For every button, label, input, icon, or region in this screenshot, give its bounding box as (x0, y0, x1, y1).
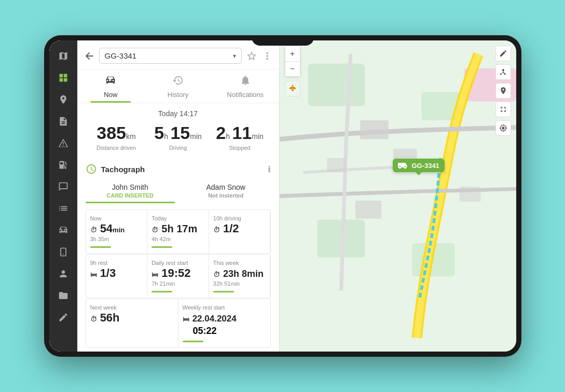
cell-today-underline (151, 246, 172, 248)
cell-weeklyrest-main: 🛏 22.04.2024 (183, 312, 266, 324)
driver-1-underline (86, 202, 175, 203)
tab-notifications[interactable]: Notifications (212, 69, 279, 103)
cluster-button[interactable] (495, 83, 511, 99)
svg-rect-9 (355, 201, 381, 219)
cell-thisweek-underline (213, 291, 234, 292)
map-controls-right (495, 46, 511, 136)
cell-nextweek-main: ⏱ 56h (90, 312, 174, 324)
cell-daily-underline (151, 291, 172, 292)
sidebar-icon-list[interactable] (54, 199, 73, 218)
cell-now-underline (90, 246, 111, 248)
svg-rect-6 (360, 120, 389, 139)
driver-2-name: Adam Snow (181, 183, 271, 191)
route-button[interactable] (495, 46, 511, 61)
sidebar-icon-folder[interactable] (54, 286, 73, 305)
bell-icon (240, 75, 251, 89)
cell-10h-label: 10h driving (213, 215, 266, 221)
sidebar-icon-map[interactable] (54, 47, 73, 65)
stats-row: 385km Distance driven 5h 15min Driving 2… (86, 123, 271, 151)
tacho-grid-row3: Next week ⏱ 56h Weekly rest start 🛏 22.0… (86, 299, 271, 347)
tab-notifications-label: Notifications (227, 91, 264, 99)
driver-card-1: John Smith CARD INSERTED (86, 183, 175, 203)
zoom-controls: + − (285, 46, 300, 77)
panel-content: Today 14:17 385km Distance driven 5h 15m… (77, 103, 279, 352)
driver-cards: John Smith CARD INSERTED Adam Snow Not i… (86, 183, 271, 203)
cell-now-main: ⏱ 54min (90, 222, 143, 235)
tab-history[interactable]: History (144, 69, 212, 103)
tacho-cell-now: Now ⏱ 54min 3h 35m (86, 210, 147, 253)
vehicle-marker: GG-3341 (393, 159, 444, 172)
stat-stopped-value: 2h 11min (209, 123, 271, 143)
svg-rect-1 (308, 64, 364, 106)
cell-weeklyrest-underline (183, 341, 203, 342)
sidebar (49, 40, 77, 352)
cell-9hrest-label: 9h rest (90, 260, 143, 266)
sidebar-icon-device[interactable] (54, 243, 73, 261)
svg-rect-8 (327, 158, 346, 172)
cell-daily-main: 🛏 19:52 (151, 267, 204, 279)
tacho-cell-10hdriving: 10h driving ⏱ 1/2 (209, 210, 270, 253)
zoom-in-button[interactable]: + (285, 46, 300, 61)
tab-now[interactable]: Now (77, 69, 145, 103)
info-icon[interactable]: ℹ (268, 164, 271, 174)
more-options-button[interactable] (261, 50, 273, 62)
tacho-cell-weeklyrest: Weekly rest start 🛏 22.04.2024 05:22 (178, 299, 270, 347)
sidebar-icon-location[interactable] (54, 90, 73, 109)
tacho-grid-row1: Now ⏱ 54min 3h 35m Today ⏱ 5h 17m 4h 42m… (86, 209, 271, 254)
cell-9hrest-main: 🛏 1/3 (90, 267, 143, 279)
map-controls-left: + − (285, 46, 300, 96)
vehicle-selector[interactable]: GG-3341 ▾ (99, 48, 242, 64)
driver-1-name: John Smith (86, 183, 175, 191)
sidebar-icon-user[interactable] (54, 264, 73, 283)
chevron-down-icon: ▾ (233, 52, 236, 60)
cell-weeklyrest-time: 05:22 (193, 326, 266, 337)
tacho-cell-9hrest: 9h rest 🛏 1/3 (86, 255, 147, 298)
fullscreen-button[interactable] (495, 102, 511, 117)
back-button[interactable] (84, 50, 95, 62)
tablet-frame: GG-3341 ▾ Now (44, 35, 521, 357)
tachograph-header: Tachograph ℹ (86, 158, 271, 178)
sidebar-icon-notes[interactable] (54, 308, 73, 327)
history-icon (172, 75, 184, 89)
street-view-button[interactable] (285, 81, 300, 96)
cell-thisweek-sub: 32h 51min (213, 281, 266, 287)
screen: GG-3341 ▾ Now (49, 40, 516, 352)
panel-header: GG-3341 ▾ (77, 40, 279, 69)
stat-driving-label: Driving (147, 145, 209, 151)
sidebar-icon-fuel[interactable] (54, 156, 73, 174)
tacho-cell-today: Today ⏱ 5h 17m 4h 42m (147, 210, 209, 253)
cell-weeklyrest-label: Weekly rest start (183, 304, 266, 311)
cell-thisweek-main: ⏱ 23h 8min (213, 267, 266, 279)
stat-driving-value: 5h 15min (147, 123, 209, 143)
map-background: + − (280, 40, 516, 352)
sidebar-icon-chat[interactable] (54, 177, 73, 196)
stat-driving: 5h 15min Driving (147, 123, 209, 151)
split-route-button[interactable] (495, 64, 511, 80)
tab-now-label: Now (104, 91, 117, 99)
tacho-grid-row2: 9h rest 🛏 1/3 Daily rest start 🛏 19:52 7… (86, 254, 271, 298)
cell-today-label: Today (151, 215, 204, 221)
sidebar-icon-vehicle[interactable] (54, 221, 73, 240)
map-svg (280, 40, 516, 352)
tachograph-icon (86, 163, 97, 175)
svg-point-11 (292, 85, 293, 87)
tab-history-label: History (168, 91, 188, 99)
tacho-cell-thisweek: This week ⏱ 23h 8min 32h 51min (209, 255, 270, 298)
main-panel: GG-3341 ▾ Now (77, 40, 280, 352)
sidebar-icon-doc[interactable] (54, 112, 73, 131)
sidebar-icon-grid[interactable] (54, 68, 73, 87)
date-header: Today 14:17 (86, 103, 271, 123)
location-center-button[interactable] (495, 120, 511, 136)
cell-now-label: Now (90, 215, 143, 221)
zoom-out-button[interactable]: − (285, 61, 300, 77)
sidebar-icon-alert[interactable] (54, 134, 73, 152)
driver-2-status: Not insterted (181, 192, 271, 199)
driver-card-2: Adam Snow Not insterted (181, 183, 271, 203)
cell-nextweek-label: Next week (90, 304, 174, 311)
cell-today-sub: 4h 42m (151, 236, 204, 242)
svg-rect-10 (459, 187, 480, 202)
cell-10h-main: ⏱ 1/2 (213, 222, 266, 235)
driver-1-status: CARD INSERTED (86, 192, 175, 199)
cell-daily-label: Daily rest start (151, 260, 204, 266)
star-button[interactable] (246, 50, 257, 62)
